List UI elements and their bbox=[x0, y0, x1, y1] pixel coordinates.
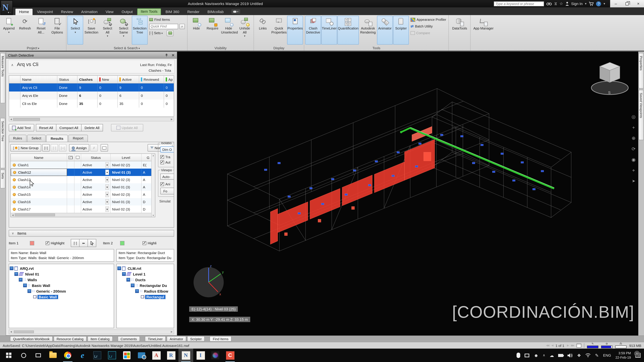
last-sheet-icon[interactable]: ▶▶ bbox=[571, 344, 574, 347]
remove-from-group-button[interactable]: [∺] bbox=[59, 144, 66, 151]
application-menu-button[interactable]: N▾ bbox=[1, 0, 13, 15]
scroll-right-icon[interactable]: ▶ bbox=[170, 118, 174, 121]
status-dropdown-icon[interactable]: ▼ bbox=[105, 192, 109, 197]
col-level[interactable]: Level bbox=[111, 154, 142, 161]
sidebar-tab-selection-tree[interactable]: Selection Tree bbox=[0, 118, 5, 168]
require-button[interactable]: Require bbox=[204, 16, 220, 44]
quantification-button[interactable]: +−×=Quantification bbox=[338, 16, 359, 44]
hide-unselected-button[interactable]: Hide Unselected bbox=[221, 16, 236, 44]
microsoft-store-button[interactable] bbox=[120, 349, 134, 362]
tab-output[interactable]: Output bbox=[118, 9, 136, 15]
camtasia-button[interactable]: C bbox=[223, 349, 238, 362]
collapse-node-icon[interactable] bbox=[28, 289, 31, 293]
batch-utility-button[interactable]: ⇄Batch Utility bbox=[410, 23, 446, 29]
test-row[interactable]: Cli vs Ele Done 35 0 35 0 0 bbox=[9, 99, 174, 108]
quick-find-input[interactable] bbox=[149, 24, 178, 29]
dim-other-button[interactable]: Dim O bbox=[160, 146, 174, 152]
animator-button[interactable]: Animator bbox=[377, 16, 393, 44]
file-explorer-button[interactable] bbox=[46, 349, 60, 362]
scroll-left-icon[interactable]: ◀ bbox=[9, 118, 13, 121]
navisworks-taskbar-button[interactable]: N bbox=[178, 349, 193, 362]
refresh-button[interactable]: ⟳Refresh bbox=[17, 16, 33, 44]
sidebar-tab-saved-viewpoints[interactable]: Saved Viewpoints bbox=[639, 90, 644, 140]
collapse-node-icon[interactable] bbox=[14, 272, 18, 276]
tree-node[interactable]: CLM.rvt bbox=[126, 266, 142, 270]
cortana-button[interactable] bbox=[16, 349, 31, 362]
group-label-tools[interactable]: Tools bbox=[305, 45, 448, 51]
tree-node[interactable]: Ducts bbox=[134, 278, 146, 282]
orbit-icon[interactable]: ◎ bbox=[632, 114, 636, 119]
collapse-node-icon[interactable] bbox=[131, 284, 135, 287]
wifi-icon[interactable] bbox=[585, 353, 591, 357]
cloud-connection-dropdown[interactable]: ▾ bbox=[232, 9, 240, 14]
dock-tab-animator[interactable]: Animator bbox=[167, 336, 186, 342]
collapse-node-icon[interactable] bbox=[10, 267, 14, 270]
col-clash-name[interactable]: Name bbox=[11, 154, 67, 161]
app-manager-button[interactable]: App Manager bbox=[472, 16, 495, 44]
panel-close-icon[interactable]: ✕ bbox=[172, 53, 175, 57]
tree-node[interactable]: Generic - 200mm bbox=[35, 289, 67, 293]
back-button[interactable]: ⬅ bbox=[79, 239, 88, 247]
col-new[interactable]: New bbox=[98, 76, 118, 83]
status-dropdown-icon[interactable]: ▼ bbox=[105, 184, 109, 190]
look-icon[interactable]: ◉ bbox=[632, 157, 636, 162]
appearance-profiler-button[interactable]: Appearance Profiler bbox=[410, 17, 446, 22]
rewind-icon[interactable]: ⟳ bbox=[632, 146, 636, 151]
clash-row[interactable]: Clash16 Active▼ Nivel 01 (3) D bbox=[11, 198, 155, 205]
find-items-button[interactable]: Find Items bbox=[149, 17, 185, 22]
tab-view[interactable]: View bbox=[102, 9, 117, 15]
tree-node-selected[interactable]: Basic Wall bbox=[38, 295, 58, 299]
transparent-dimming-checkbox[interactable] bbox=[160, 155, 164, 159]
scroll-left-icon[interactable]: ◀ bbox=[11, 214, 15, 216]
battery-icon[interactable] bbox=[558, 354, 563, 357]
sidebar-tab-properties[interactable]: Properties bbox=[639, 53, 644, 88]
tab-rules[interactable]: Rules bbox=[9, 135, 26, 142]
edge-button[interactable]: e bbox=[75, 349, 90, 362]
tab-home[interactable]: Home bbox=[16, 9, 33, 15]
tab-bim360[interactable]: BIM 360 bbox=[162, 9, 183, 15]
dock-tab-find-items[interactable]: Find Items bbox=[210, 336, 232, 342]
col-viewpoint[interactable] bbox=[67, 154, 74, 161]
clock[interactable]: 3:59 PM22-Feb-19 bbox=[616, 351, 631, 360]
status-dropdown-icon[interactable]: ▼ bbox=[105, 170, 109, 175]
panel-titlebar[interactable]: Clash Detective ✕ bbox=[6, 52, 177, 59]
status-dropdown-icon[interactable]: ▼ bbox=[105, 199, 109, 204]
scroll-left-icon[interactable]: ◀ bbox=[9, 331, 13, 333]
display-share-icon[interactable] bbox=[525, 354, 530, 357]
col-status[interactable]: Status bbox=[57, 76, 78, 83]
collapse-node-icon[interactable] bbox=[23, 284, 27, 287]
collapse-node-icon[interactable] bbox=[118, 267, 121, 270]
close-button[interactable]: × bbox=[636, 1, 641, 6]
timeliner-button[interactable]: TimeLiner bbox=[321, 16, 337, 44]
next-sheet-icon[interactable]: ▶ bbox=[567, 344, 568, 347]
col-clashes[interactable]: Clashes bbox=[78, 76, 98, 83]
viewpoint-auto-dropdown[interactable]: Auto- bbox=[160, 174, 174, 180]
add-comment-button[interactable] bbox=[101, 144, 108, 151]
items-section-header[interactable]: ∨ Items bbox=[9, 230, 174, 237]
help-dropdown-icon[interactable]: ▾ bbox=[604, 2, 605, 5]
collapse-node-icon[interactable] bbox=[135, 289, 139, 293]
status-dropdown-icon[interactable]: ▼ bbox=[105, 177, 109, 182]
unassign-button[interactable]: ✗ bbox=[90, 144, 98, 151]
selection-tree-button[interactable]: Selection Tree bbox=[132, 16, 148, 44]
infraworks-button[interactable]: I bbox=[193, 349, 208, 362]
compare-button[interactable]: Compare bbox=[410, 30, 446, 36]
delete-all-button[interactable]: Delete All bbox=[81, 124, 103, 131]
volume-icon[interactable] bbox=[568, 353, 573, 358]
results-vertical-scrollbar[interactable]: ▲▼ bbox=[151, 154, 155, 217]
col-approved[interactable]: Ap bbox=[164, 76, 174, 83]
assign-button[interactable]: Assign bbox=[69, 144, 90, 151]
restore-button[interactable] bbox=[626, 2, 628, 5]
tab-item-tools[interactable]: Item Tools bbox=[137, 8, 161, 15]
reset-all-button[interactable]: ↺Reset All... bbox=[33, 16, 49, 44]
zoom-icon[interactable]: ⊕ bbox=[632, 135, 636, 141]
tests-horizontal-scrollbar[interactable]: ◀▶ bbox=[9, 117, 174, 121]
clash-row[interactable]: Clash1 Active▼ Nivel 02 (2) E( bbox=[11, 161, 155, 169]
test-row[interactable]: Arq vs Cli Done 9 0 9 0 0 bbox=[9, 83, 174, 91]
tree-node[interactable]: Basic Wall bbox=[31, 283, 51, 287]
collapse-chevron-icon[interactable]: ∧ bbox=[11, 63, 14, 67]
item1-highlight-checkbox[interactable] bbox=[46, 241, 49, 245]
group-items-button[interactable]: [∷] bbox=[71, 239, 80, 247]
add-to-group-button[interactable]: [∷] bbox=[51, 144, 58, 151]
autocad-button[interactable]: A bbox=[149, 349, 164, 362]
